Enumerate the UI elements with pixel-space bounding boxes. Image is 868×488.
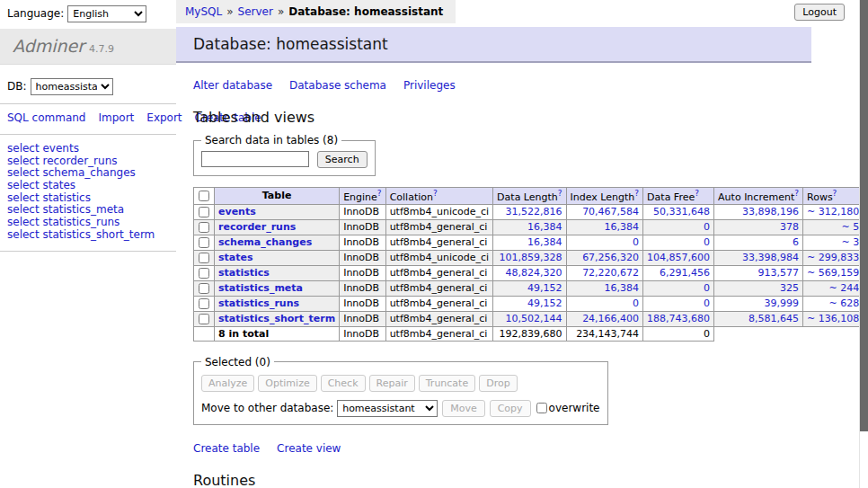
table-link-schema-changes[interactable]: schema_changes (218, 236, 312, 248)
index-length-link[interactable]: 67,256,320 (582, 252, 639, 263)
data-length-link[interactable]: 10,502,144 (506, 313, 562, 324)
auto-increment-link[interactable]: 33,398,984 (742, 252, 799, 263)
truncate-button[interactable]: Truncate (419, 375, 475, 392)
data-free-link[interactable]: 6,291,456 (660, 267, 710, 279)
auto-increment-link[interactable]: 378 (780, 221, 799, 233)
data-length-link[interactable]: 101,859,328 (500, 252, 562, 263)
select-schema-changes-link[interactable]: select schema_changes (7, 166, 136, 179)
data-free-link[interactable]: 0 (704, 282, 710, 294)
help-link[interactable]: ? (377, 189, 382, 198)
rows-count-link[interactable]: ~ 136,108 (807, 313, 859, 324)
auto-increment-link[interactable]: 6 (793, 236, 799, 248)
check-button[interactable]: Check (321, 375, 366, 392)
data-length-link[interactable]: 49,152 (527, 297, 562, 309)
table-link-states[interactable]: states (218, 252, 253, 263)
sidebar-link-import[interactable]: Import (98, 111, 134, 124)
rows-count-link[interactable]: ~ 244 (828, 282, 859, 294)
rows-count-link[interactable]: ~ 569,159 (807, 267, 859, 279)
help-link[interactable]: ? (695, 189, 699, 198)
app-version[interactable]: 4.7.9 (89, 43, 114, 55)
link-privileges[interactable]: Privileges (403, 79, 456, 92)
index-length-link[interactable]: 70,467,584 (582, 206, 639, 217)
drop-button[interactable]: Drop (479, 375, 517, 392)
data-free-link[interactable]: 188,743,680 (647, 313, 710, 324)
data-length-link[interactable]: 49,152 (527, 282, 562, 294)
help-link[interactable]: ? (634, 189, 639, 198)
breadcrumb-server-link[interactable]: Server (238, 5, 273, 18)
table-link-recorder-runs[interactable]: recorder_runs (218, 221, 296, 233)
repair-button[interactable]: Repair (369, 375, 415, 392)
row-checkbox[interactable] (199, 314, 209, 324)
rows-count-link[interactable]: ~ 299,833 (807, 252, 859, 263)
index-length-link[interactable]: 0 (633, 236, 639, 248)
table-link-statistics[interactable]: statistics (218, 267, 270, 279)
row-checkbox[interactable] (199, 283, 209, 294)
sidebar-link-sql-command[interactable]: SQL command (7, 111, 85, 124)
data-free-link[interactable]: 50,331,648 (653, 206, 710, 217)
data-length-link[interactable]: 31,522,816 (506, 206, 562, 217)
index-length-link[interactable]: 16,384 (605, 282, 640, 294)
select-events-link[interactable]: select events (7, 142, 79, 155)
help-link[interactable]: ? (833, 189, 837, 198)
auto-increment-link[interactable]: 913,577 (758, 267, 800, 279)
overwrite-checkbox[interactable] (536, 403, 547, 413)
move-button[interactable]: Move (442, 400, 485, 417)
app-name[interactable]: Adminer (13, 36, 84, 56)
data-free-link[interactable]: 0 (704, 236, 710, 248)
auto-increment-link[interactable]: 8,581,645 (748, 313, 799, 324)
link-create-table[interactable]: Create table (193, 442, 260, 455)
breadcrumb-mysql-link[interactable]: MySQL (185, 5, 222, 18)
row-checkbox[interactable] (199, 253, 209, 263)
link-create-view[interactable]: Create view (277, 442, 341, 455)
auto-increment-link[interactable]: 325 (780, 282, 799, 294)
data-free-link[interactable]: 0 (704, 221, 710, 233)
index-length-link[interactable]: 72,220,672 (582, 267, 639, 279)
table-link-statistics-meta[interactable]: statistics_meta (218, 282, 303, 294)
data-length-link[interactable]: 16,384 (527, 236, 562, 248)
select-statistics-runs-link[interactable]: select statistics_runs (7, 216, 120, 228)
row-checkbox[interactable] (199, 298, 209, 309)
row-checkbox[interactable] (199, 207, 209, 217)
select-statistics-link[interactable]: select statistics (7, 191, 91, 204)
auto-increment-link[interactable]: 33,898,196 (742, 206, 799, 217)
rows-count-link[interactable]: ~ 3 (841, 236, 859, 248)
search-button[interactable]: Search (317, 151, 368, 168)
move-db-select[interactable]: homeassistant (337, 400, 438, 417)
select-states-link[interactable]: select states (7, 179, 75, 191)
rows-count-link[interactable]: ~ 5 (841, 221, 859, 233)
rows-count-link[interactable]: ~ 628 (828, 297, 859, 309)
table-link-events[interactable]: events (218, 206, 256, 217)
help-link[interactable]: ? (433, 189, 438, 198)
select-statistics-short-term-link[interactable]: select statistics_short_term (7, 228, 155, 241)
select-all-checkbox[interactable] (199, 191, 209, 201)
index-length-link[interactable]: 24,166,400 (582, 313, 639, 324)
analyze-button[interactable]: Analyze (201, 375, 254, 392)
select-recorder-runs-link[interactable]: select recorder_runs (7, 155, 118, 167)
copy-button[interactable]: Copy (490, 400, 531, 417)
index-length-link[interactable]: 0 (633, 297, 639, 309)
data-free-link[interactable]: 104,857,600 (647, 252, 710, 263)
row-checkbox[interactable] (199, 222, 209, 233)
vertical-scrollbar[interactable] (859, 0, 868, 488)
index-length-link[interactable]: 16,384 (605, 221, 640, 233)
scrollbar-thumb[interactable] (860, 0, 868, 431)
data-free-link[interactable]: 0 (704, 297, 710, 309)
language-select[interactable]: English (67, 5, 146, 22)
optimize-button[interactable]: Optimize (258, 375, 316, 392)
data-length-link[interactable]: 16,384 (527, 221, 562, 233)
data-length-link[interactable]: 48,824,320 (506, 267, 562, 279)
link-database-schema[interactable]: Database schema (289, 79, 386, 92)
table-link-statistics-runs[interactable]: statistics_runs (218, 297, 299, 309)
select-statistics-meta-link[interactable]: select statistics_meta (7, 203, 124, 216)
auto-increment-link[interactable]: 39,999 (765, 297, 800, 309)
search-input[interactable] (201, 151, 309, 167)
table-link-statistics-short-term[interactable]: statistics_short_term (218, 313, 335, 324)
row-checkbox[interactable] (199, 268, 209, 279)
rows-count-link[interactable]: ~ 312,180 (807, 206, 859, 217)
link-alter-database[interactable]: Alter database (193, 79, 272, 92)
logout-button[interactable]: Logout (794, 4, 845, 21)
db-select[interactable]: homeassistant (31, 78, 113, 95)
help-link[interactable]: ? (558, 189, 562, 198)
help-link[interactable]: ? (794, 189, 799, 198)
row-checkbox[interactable] (199, 237, 209, 248)
